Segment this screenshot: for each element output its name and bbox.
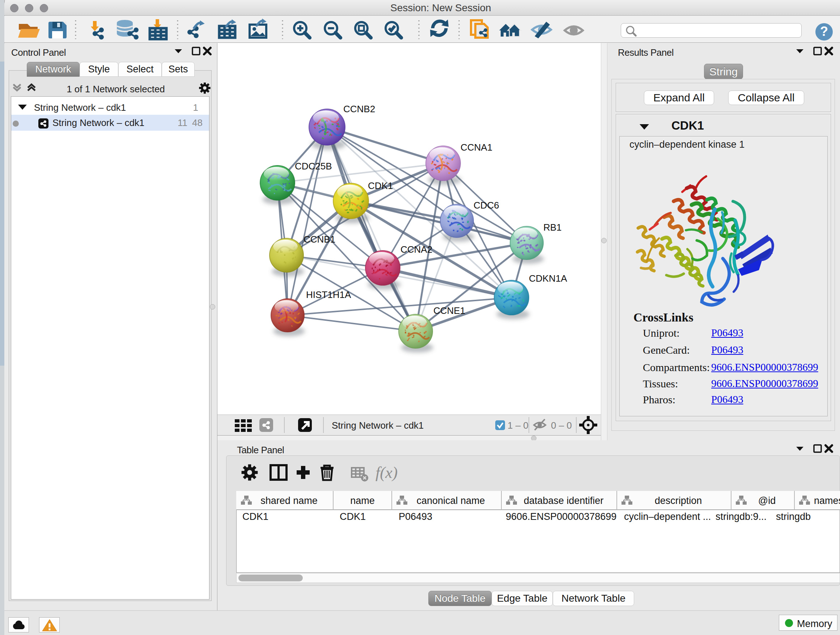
svg-text:@id: @id — [758, 495, 775, 506]
svg-text:CCNE1: CCNE1 — [433, 305, 465, 316]
svg-text:f(x): f(x) — [376, 464, 398, 481]
svg-text:CDKN1A: CDKN1A — [529, 273, 567, 284]
svg-text:shared name: shared name — [261, 495, 317, 506]
svg-text:stringdb: stringdb — [776, 511, 811, 522]
svg-text:CCNA1: CCNA1 — [461, 142, 493, 153]
svg-text:CDC6: CDC6 — [474, 200, 499, 211]
svg-text:CDK1: CDK1 — [368, 180, 393, 191]
svg-text:CCNB1: CCNB1 — [303, 234, 335, 245]
svg-text:cyclin–dependent ...: cyclin–dependent ... — [624, 511, 711, 522]
svg-text:String Network – cdk1: String Network – cdk1 — [332, 420, 424, 431]
svg-text:description: description — [655, 495, 702, 506]
svg-text:database identifier: database identifier — [524, 495, 604, 506]
svg-text:1 – 0: 1 – 0 — [508, 420, 529, 431]
svg-text:9606.ENSP00000378699: 9606.ENSP00000378699 — [506, 511, 616, 522]
svg-text:namespac: namespac — [814, 495, 840, 506]
svg-text:CDC25B: CDC25B — [295, 161, 332, 172]
svg-text:P06493: P06493 — [399, 511, 432, 522]
svg-text:CDK1: CDK1 — [340, 511, 366, 522]
svg-text:name: name — [350, 495, 375, 506]
svg-text:CDK1: CDK1 — [242, 511, 268, 522]
svg-text:canonical name: canonical name — [416, 495, 485, 506]
svg-text:RB1: RB1 — [543, 222, 562, 233]
svg-text:HIST1H1A: HIST1H1A — [306, 289, 351, 300]
svg-text:CCNA2: CCNA2 — [401, 244, 432, 255]
svg-text:0 – 0: 0 – 0 — [551, 420, 572, 431]
svg-text:stringdb:9...: stringdb:9... — [715, 511, 767, 522]
svg-text:CCNB2: CCNB2 — [343, 103, 375, 114]
